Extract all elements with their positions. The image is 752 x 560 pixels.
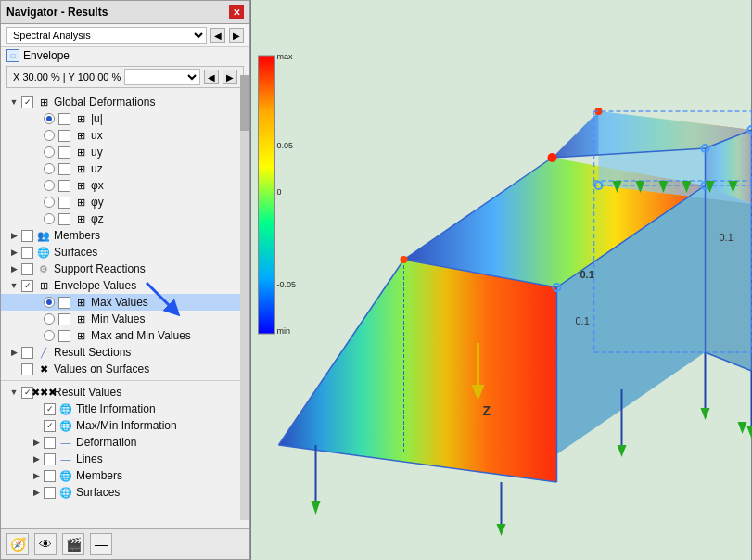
navigator-toolbar-btn[interactable]: 🧭	[6, 533, 29, 555]
checkbox-maxmin-info[interactable]	[44, 420, 56, 432]
checkbox-phiy[interactable]	[58, 197, 70, 209]
checkbox-min-values[interactable]	[58, 313, 70, 325]
min-values-label: Min Values	[91, 312, 145, 325]
values-on-surfaces-label: Values on Surfaces	[54, 363, 149, 375]
checkbox-surfaces-bottom[interactable]	[44, 487, 56, 499]
svg-point-35	[548, 153, 557, 162]
checkbox-members-bottom[interactable]	[44, 470, 56, 482]
lines-label: Lines	[76, 452, 103, 465]
svg-text:-0.05: -0.05	[277, 280, 297, 289]
tree-item-uy[interactable]: ⊞ uy	[1, 144, 249, 160]
checkbox-result-sections[interactable]	[21, 347, 33, 359]
spacer	[31, 130, 42, 141]
tree-item-global-deformations[interactable]: ▼ ⊞ Global Deformations	[1, 94, 249, 110]
checkbox-envelope-values[interactable]	[21, 280, 33, 292]
expand-envelope-icon: ▼	[8, 280, 19, 291]
tree-item-support-reactions[interactable]: ▶ ⚙ Support Reactions	[1, 261, 249, 277]
max-min-values-label: Max and Min Values	[91, 329, 191, 342]
min-values-icon: ⊞	[73, 312, 88, 326]
radio-min-values[interactable]	[44, 313, 55, 325]
tree-item-title-info[interactable]: 🌐 Title Information	[1, 401, 249, 417]
checkbox-values-on-surfaces[interactable]	[21, 363, 33, 375]
camera-toolbar-btn[interactable]: 🎬	[62, 533, 84, 555]
tree-item-maxmin-info[interactable]: 🌐 Max/Min Information	[1, 417, 249, 434]
checkbox-support-reactions[interactable]	[21, 263, 33, 275]
checkbox-deformation[interactable]	[44, 437, 56, 449]
deformation-icon: —	[58, 435, 73, 450]
checkbox-uy[interactable]	[58, 146, 70, 159]
svg-text:min: min	[277, 326, 291, 336]
radio-max-min-values[interactable]	[44, 330, 55, 341]
viewport-svg: Z 0.1 0.1 0.1 max 0.05 0 -0.05 min	[250, 0, 752, 560]
tree-item-deformation[interactable]: ▶ — Deformation	[1, 434, 249, 451]
members-icon: 👥	[36, 228, 51, 243]
checkbox-title-info[interactable]	[44, 403, 56, 415]
tree-item-result-values[interactable]: ▼ ✖✖✖ Result Values	[1, 384, 249, 401]
nav-next-button[interactable]: ▶	[229, 28, 244, 43]
checkbox-ux[interactable]	[58, 130, 70, 142]
spacer	[31, 403, 42, 414]
scrollbar[interactable]	[240, 75, 249, 520]
tree-item-max-min-values[interactable]: ⊞ Max and Min Values	[1, 327, 249, 344]
checkbox-max-min-values[interactable]	[58, 330, 70, 342]
dash-toolbar-btn[interactable]: —	[90, 533, 112, 555]
radio-phix[interactable]	[44, 180, 55, 191]
title-info-label: Title Information	[76, 402, 156, 415]
surfaces-bottom-icon: 🌐	[58, 485, 73, 500]
radio-uz[interactable]	[44, 163, 55, 174]
nav-title: Navigator - Results	[6, 6, 108, 19]
ux-icon: ⊞	[73, 128, 88, 143]
scrollbar-thumb[interactable]	[240, 75, 249, 131]
radio-u-abs[interactable]	[44, 113, 55, 124]
tree-item-lines[interactable]: ▶ — Lines	[1, 451, 249, 467]
radio-max-values[interactable]	[44, 297, 55, 308]
tree-item-result-sections[interactable]: ▶ ╱ Result Sections	[1, 344, 249, 361]
checkbox-lines[interactable]	[44, 453, 56, 465]
maxmin-info-label: Max/Min Information	[76, 419, 177, 432]
tree-item-envelope-values[interactable]: ▼ ⊞ Envelope Values	[1, 277, 249, 294]
close-button[interactable]: ✕	[229, 5, 244, 19]
tree-item-u-abs[interactable]: ⊞ |u|	[1, 110, 249, 127]
analysis-dropdown[interactable]: Spectral Analysis	[6, 27, 207, 44]
radio-uy[interactable]	[44, 146, 55, 158]
tree-item-members[interactable]: ▶ 👥 Members	[1, 227, 249, 244]
tree-item-members-bottom[interactable]: ▶ 🌐 Members	[1, 467, 249, 484]
result-values-label: Result Values	[54, 386, 121, 399]
checkbox-max-values[interactable]	[58, 297, 70, 309]
percent-prev-button[interactable]: ◀	[204, 70, 219, 84]
tree-item-surfaces[interactable]: ▶ 🌐 Surfaces	[1, 244, 249, 261]
svg-text:0: 0	[277, 187, 282, 197]
radio-phiy[interactable]	[44, 197, 55, 208]
radio-phiz[interactable]	[44, 213, 55, 224]
checkbox-uz[interactable]	[58, 163, 70, 175]
expand-result-values-icon: ▼	[8, 387, 19, 398]
svg-text:Z: Z	[483, 403, 491, 418]
percent-dropdown[interactable]	[124, 69, 200, 85]
checkbox-u-abs[interactable]	[58, 113, 70, 125]
tree-item-phix[interactable]: ⊞ φx	[1, 177, 249, 194]
checkbox-phiz[interactable]	[58, 213, 70, 225]
global-deformations-label: Global Deformations	[54, 95, 155, 108]
checkbox-phix[interactable]	[58, 180, 70, 192]
tree-item-min-values[interactable]: ⊞ Min Values	[1, 311, 249, 327]
tree-item-max-values[interactable]: ⊞ Max Values	[1, 294, 249, 311]
svg-marker-6	[706, 185, 752, 371]
expand-lines-icon: ▶	[31, 453, 42, 465]
radio-ux[interactable]	[44, 130, 55, 141]
surfaces-label: Surfaces	[54, 246, 97, 259]
eye-toolbar-btn[interactable]: 👁	[34, 533, 57, 555]
tree-item-phiy[interactable]: ⊞ φy	[1, 194, 249, 210]
u-abs-icon: ⊞	[73, 111, 88, 126]
nav-prev-button[interactable]: ◀	[210, 28, 225, 43]
support-reactions-icon: ⚙	[36, 261, 51, 276]
tree-item-phiz[interactable]: ⊞ φz	[1, 210, 249, 227]
percent-next-button[interactable]: ▶	[223, 70, 237, 84]
checkbox-global-deformations[interactable]	[21, 96, 33, 108]
svg-rect-57	[259, 56, 275, 334]
tree-item-ux[interactable]: ⊞ ux	[1, 127, 249, 144]
tree-item-uz[interactable]: ⊞ uz	[1, 160, 249, 177]
tree-item-values-on-surfaces[interactable]: ✖ Values on Surfaces	[1, 361, 249, 377]
checkbox-surfaces[interactable]	[21, 247, 33, 259]
checkbox-members[interactable]	[21, 230, 33, 242]
tree-item-surfaces-bottom[interactable]: ▶ 🌐 Surfaces	[1, 484, 249, 501]
